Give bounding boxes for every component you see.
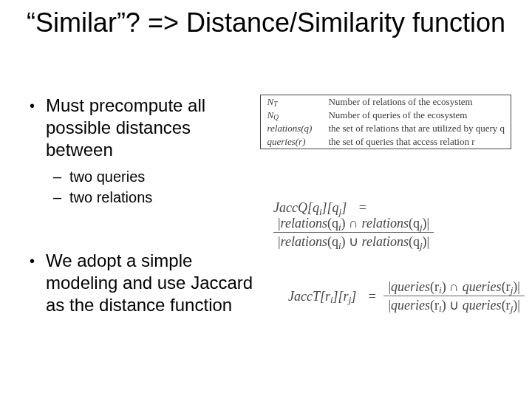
- formula-name: JaccQ[qi][qj]: [273, 200, 347, 216]
- notation-desc: the set of relations that are utilized b…: [322, 122, 511, 135]
- numerator: |relations(qi) ∩ relations(qj)|: [273, 216, 434, 233]
- slide: “Similar”? => Distance/Similarity functi…: [0, 0, 532, 399]
- notation-symbol: NQ: [261, 109, 322, 122]
- fraction: |relations(qi) ∩ relations(qj)| |relatio…: [273, 216, 434, 250]
- table-row: NT Number of relations of the ecosystem: [261, 95, 511, 109]
- notation-symbol: queries(r): [261, 135, 322, 149]
- notation-symbol: NT: [261, 95, 322, 109]
- slide-title: “Similar”? => Distance/Similarity functi…: [0, 7, 532, 38]
- denominator: |relations(qi) ∪ relations(qj)|: [273, 233, 434, 250]
- notation-symbol: relations(q): [261, 122, 322, 135]
- equals-sign: =: [359, 200, 366, 216]
- fraction: |queries(ri) ∩ queries(rj)| |queries(ri)…: [383, 279, 524, 313]
- equals-sign: =: [369, 289, 376, 304]
- notation-table: NT Number of relations of the ecosystem …: [260, 95, 511, 149]
- body-text-column: Must precompute all possible distances b…: [30, 95, 259, 322]
- numerator: |queries(ri) ∩ queries(rj)|: [383, 279, 524, 296]
- subbullet-two-relations: two relations: [53, 188, 259, 207]
- table-row: relations(q) the set of relations that a…: [261, 122, 511, 135]
- bullet-jaccard: We adopt a simple modeling and use Jacca…: [30, 250, 259, 316]
- bullet-precompute: Must precompute all possible distances b…: [30, 95, 259, 161]
- denominator: |queries(ri) ∪ queries(rj)|: [383, 296, 524, 313]
- formula-jaccq: JaccQ[qi][qj] = |relations(qi) ∩ relatio…: [273, 200, 532, 250]
- notation-desc: Number of queries of the ecosystem: [322, 109, 511, 122]
- formula-name: JaccT[ri][rj]: [288, 289, 356, 304]
- notation-desc: the set of queries that access relation …: [322, 135, 511, 149]
- formula-jacct: JaccT[ri][rj] = |queries(ri) ∩ queries(r…: [288, 279, 525, 313]
- table-row: queries(r) the set of queries that acces…: [261, 135, 511, 149]
- table-row: NQ Number of queries of the ecosystem: [261, 109, 511, 122]
- subbullet-two-queries: two queries: [53, 167, 259, 186]
- notation-desc: Number of relations of the ecosystem: [322, 95, 511, 109]
